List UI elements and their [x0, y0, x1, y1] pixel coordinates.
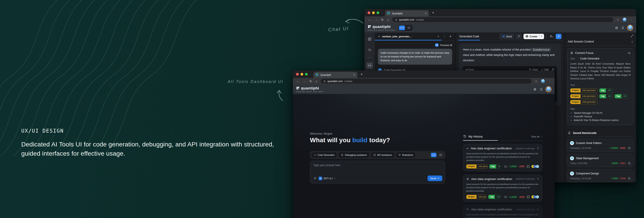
code-tag[interactable]: TagCODE	[488, 195, 500, 199]
browser-menu-icon[interactable]: ⋮	[630, 18, 632, 21]
design-canvas: UX/UI DESIGN Dedicated AI Tools UI for c…	[0, 0, 644, 218]
copies-badge[interactable]: 9+	[527, 196, 530, 198]
folder-icon[interactable]	[504, 165, 507, 168]
history-card[interactable]: Aws data engineer certification Updated …	[463, 174, 542, 202]
tool-mode-bar: <> Code Generation Debugging assistance …	[310, 151, 445, 159]
home-icon[interactable]: ⌂	[316, 80, 317, 83]
generated-code-tab[interactable]: Generated Code	[458, 32, 480, 40]
history-card[interactable]: <> Aws data engineer certification Updat…	[463, 144, 542, 171]
create-dropdown-chevron[interactable]: ▾	[541, 35, 542, 37]
close-window-button[interactable]	[296, 73, 299, 76]
project-tag[interactable]: ProjectJoke generator	[466, 164, 488, 168]
api-tag[interactable]: TagAPI	[599, 88, 613, 92]
lock-icon	[323, 80, 326, 82]
browser-profile-avatar[interactable]	[622, 18, 626, 22]
minimize-window-button[interactable]	[372, 12, 375, 14]
folder-icon[interactable]	[504, 196, 507, 198]
view-all-link[interactable]: View all	[531, 135, 540, 138]
open-external-button[interactable]: ↗	[516, 34, 522, 39]
project-tag[interactable]: ProjectJoke generator	[570, 100, 598, 104]
code-mode-toggle[interactable]: </>	[431, 153, 436, 157]
tech-stack-avatars: JSC	[531, 165, 539, 168]
user-message-bubble: make necessary changes to to code. to ma…	[378, 49, 452, 64]
project-tag[interactable]: ProjectJoke generator	[466, 195, 486, 199]
pin-icon[interactable]	[537, 178, 539, 180]
send-to-vscode-button[interactable]: Send	[500, 34, 514, 39]
copy-stack-icon[interactable]	[628, 147, 631, 150]
browser-tab[interactable]: Quantiphi ×	[385, 10, 429, 16]
project-tag[interactable]: ProjectJoke generator	[570, 94, 598, 98]
api-tag[interactable]: TagAPI	[599, 94, 613, 98]
saved-items-title: Saved Items/code	[573, 132, 596, 134]
send-button[interactable]: Send↵	[428, 176, 442, 181]
forward-icon[interactable]: →	[374, 18, 378, 21]
chat-mode-toggle[interactable]	[438, 153, 444, 157]
back-icon[interactable]: ←	[368, 18, 371, 21]
minimize-window-button[interactable]	[300, 73, 303, 76]
api-assistance-pill[interactable]: API assistance	[371, 152, 394, 158]
user-avatar[interactable]	[628, 25, 632, 30]
address-bar[interactable]: quantiphi.com/codeai	[321, 79, 532, 84]
copy-stack-icon[interactable]	[628, 162, 631, 165]
copies-badge[interactable]: 9+	[527, 165, 530, 168]
model-selector[interactable]: ✦ GPT-4.1 ▾	[319, 177, 335, 180]
front-browser-window: Quantiphi × + ← → ↻ ⌂ quantiphi.com/code…	[293, 70, 554, 218]
react-icon	[570, 172, 574, 176]
close-window-button[interactable]	[368, 12, 370, 14]
brainstorm-pill[interactable]: Brainstorm	[396, 152, 415, 158]
copy-stack-icon[interactable]	[628, 177, 631, 180]
url-domain: quantiphi.com	[399, 18, 414, 21]
close-session-tab-icon[interactable]: ×	[438, 35, 439, 38]
back-icon[interactable]: ←	[296, 80, 300, 83]
api-tag[interactable]: TagAPI	[614, 94, 628, 98]
code-generation-pill[interactable]: <> Code Generation	[312, 152, 337, 158]
saved-item[interactable]: Component Design Yesterday | 10:24 AM+78…	[567, 169, 634, 182]
reload-icon[interactable]: ↻	[381, 18, 384, 21]
settings-gear-icon[interactable]: ⚙	[534, 88, 536, 91]
prompt-input[interactable]	[313, 164, 442, 174]
debugging-assistance-pill[interactable]: Debugging assistance	[338, 152, 369, 158]
address-bar[interactable]: quantiphi.com/codeai	[392, 17, 613, 22]
settings-gear-icon[interactable]: ⚙	[615, 26, 618, 30]
notifications-bell-icon[interactable]	[621, 26, 624, 30]
edit-focus-icon[interactable]	[628, 52, 630, 54]
fullscreen-window-button[interactable]	[376, 12, 379, 14]
bookmark-star-icon[interactable]: ☆	[535, 80, 538, 83]
create-github-button[interactable]: Create ▾	[524, 34, 544, 39]
sidebar-search-icon[interactable]	[366, 47, 373, 53]
browser-profile-avatar[interactable]	[541, 79, 545, 83]
focus-tool-value: Code Generator	[580, 57, 600, 60]
hero-text-block: UX/UI DESIGN Dedicated AI Tools UI for c…	[21, 128, 294, 158]
project-tag[interactable]: ProjectJoke generator	[570, 88, 598, 92]
browser-menu-icon[interactable]: ⋮	[548, 80, 551, 83]
new-session-button[interactable]: +	[449, 34, 452, 38]
chat-mode-toggle[interactable]	[406, 26, 412, 30]
notifications-bell-icon[interactable]	[540, 88, 543, 91]
reload-icon[interactable]: ↻	[310, 80, 312, 83]
sidebar-dashboard-icon[interactable]	[366, 36, 373, 42]
close-tab-icon[interactable]: ×	[425, 12, 427, 15]
collapse-panel-icon[interactable]: ›|	[631, 40, 633, 43]
home-icon[interactable]: ⌂	[387, 18, 389, 21]
saved-item[interactable]: Custom Hook Pattern Yesterday | 10:24 AM…	[567, 139, 634, 152]
user-avatar[interactable]	[546, 87, 551, 92]
pin-icon[interactable]	[537, 208, 539, 210]
api-tag[interactable]: TagAPI	[489, 164, 500, 168]
session-notes-button[interactable]	[556, 34, 562, 39]
bookmark-star-icon[interactable]: ☆	[616, 18, 619, 22]
expand-panel-icon[interactable]	[630, 34, 634, 37]
share-person-add-button[interactable]	[549, 34, 554, 39]
history-card[interactable]: Aws data engineer certification Updated …	[463, 205, 542, 218]
new-tab-button[interactable]: +	[360, 72, 363, 76]
close-tab-icon[interactable]: ×	[353, 73, 355, 76]
chat-session-tab[interactable]: <> random_joke_generato... ×	[375, 32, 442, 40]
browser-tab[interactable]: Quantiphi ×	[314, 72, 357, 78]
code-mode-toggle[interactable]: </>	[399, 26, 405, 30]
new-tab-button[interactable]: +	[432, 11, 434, 14]
forward-icon[interactable]: →	[303, 80, 306, 83]
pin-icon[interactable]	[537, 147, 539, 150]
fullscreen-window-button[interactable]	[305, 73, 308, 76]
saved-item[interactable]: State Management Today | 10:24 AM+5600-4…	[567, 154, 634, 167]
sidebar-code-tool-icon[interactable]	[366, 62, 373, 69]
attach-paperclip-icon[interactable]	[313, 177, 316, 180]
